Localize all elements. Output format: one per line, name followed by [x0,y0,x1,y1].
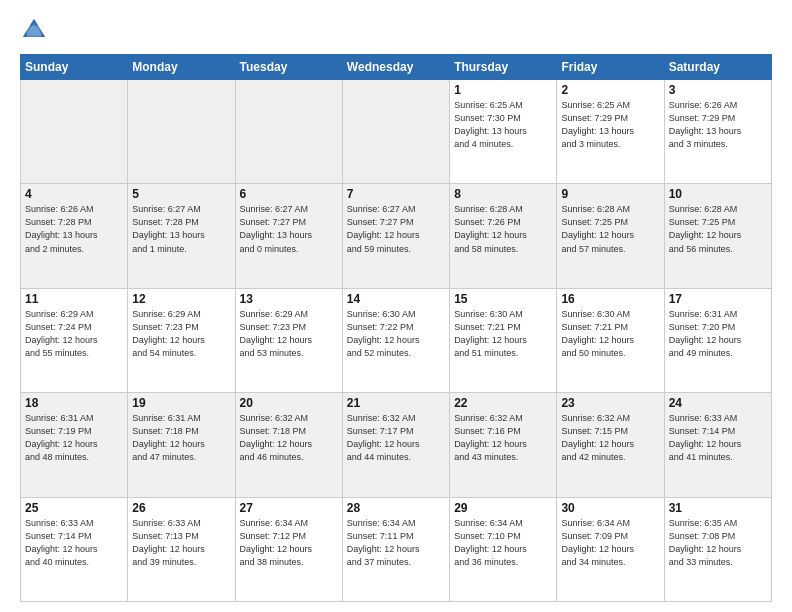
col-header-thursday: Thursday [450,55,557,80]
calendar-day: 24Sunrise: 6:33 AMSunset: 7:14 PMDayligh… [664,393,771,497]
day-info: Sunrise: 6:32 AMSunset: 7:18 PMDaylight:… [240,412,338,464]
calendar-week-3: 11Sunrise: 6:29 AMSunset: 7:24 PMDayligh… [21,288,772,392]
page: SundayMondayTuesdayWednesdayThursdayFrid… [0,0,792,612]
day-number: 25 [25,501,123,515]
col-header-friday: Friday [557,55,664,80]
day-info: Sunrise: 6:28 AMSunset: 7:25 PMDaylight:… [669,203,767,255]
day-info: Sunrise: 6:29 AMSunset: 7:23 PMDaylight:… [132,308,230,360]
day-info: Sunrise: 6:27 AMSunset: 7:27 PMDaylight:… [347,203,445,255]
calendar-day: 14Sunrise: 6:30 AMSunset: 7:22 PMDayligh… [342,288,449,392]
day-info: Sunrise: 6:27 AMSunset: 7:28 PMDaylight:… [132,203,230,255]
calendar-day: 4Sunrise: 6:26 AMSunset: 7:28 PMDaylight… [21,184,128,288]
day-number: 5 [132,187,230,201]
calendar-day: 21Sunrise: 6:32 AMSunset: 7:17 PMDayligh… [342,393,449,497]
day-info: Sunrise: 6:32 AMSunset: 7:17 PMDaylight:… [347,412,445,464]
calendar-day: 7Sunrise: 6:27 AMSunset: 7:27 PMDaylight… [342,184,449,288]
day-info: Sunrise: 6:32 AMSunset: 7:15 PMDaylight:… [561,412,659,464]
calendar-table: SundayMondayTuesdayWednesdayThursdayFrid… [20,54,772,602]
header [20,16,772,44]
calendar-day: 29Sunrise: 6:34 AMSunset: 7:10 PMDayligh… [450,497,557,601]
day-number: 2 [561,83,659,97]
calendar-day: 10Sunrise: 6:28 AMSunset: 7:25 PMDayligh… [664,184,771,288]
day-number: 28 [347,501,445,515]
day-number: 20 [240,396,338,410]
day-info: Sunrise: 6:33 AMSunset: 7:13 PMDaylight:… [132,517,230,569]
calendar-day [21,80,128,184]
day-number: 16 [561,292,659,306]
day-number: 12 [132,292,230,306]
day-number: 17 [669,292,767,306]
calendar-day: 11Sunrise: 6:29 AMSunset: 7:24 PMDayligh… [21,288,128,392]
day-number: 15 [454,292,552,306]
calendar-week-1: 1Sunrise: 6:25 AMSunset: 7:30 PMDaylight… [21,80,772,184]
day-number: 31 [669,501,767,515]
calendar-week-2: 4Sunrise: 6:26 AMSunset: 7:28 PMDaylight… [21,184,772,288]
calendar-day: 23Sunrise: 6:32 AMSunset: 7:15 PMDayligh… [557,393,664,497]
calendar-day: 2Sunrise: 6:25 AMSunset: 7:29 PMDaylight… [557,80,664,184]
day-info: Sunrise: 6:30 AMSunset: 7:21 PMDaylight:… [561,308,659,360]
day-number: 10 [669,187,767,201]
col-header-sunday: Sunday [21,55,128,80]
calendar-day [128,80,235,184]
calendar-day: 30Sunrise: 6:34 AMSunset: 7:09 PMDayligh… [557,497,664,601]
day-info: Sunrise: 6:31 AMSunset: 7:20 PMDaylight:… [669,308,767,360]
day-number: 27 [240,501,338,515]
day-info: Sunrise: 6:25 AMSunset: 7:29 PMDaylight:… [561,99,659,151]
calendar-day: 28Sunrise: 6:34 AMSunset: 7:11 PMDayligh… [342,497,449,601]
day-info: Sunrise: 6:34 AMSunset: 7:10 PMDaylight:… [454,517,552,569]
day-info: Sunrise: 6:25 AMSunset: 7:30 PMDaylight:… [454,99,552,151]
day-number: 22 [454,396,552,410]
day-info: Sunrise: 6:32 AMSunset: 7:16 PMDaylight:… [454,412,552,464]
calendar-day: 20Sunrise: 6:32 AMSunset: 7:18 PMDayligh… [235,393,342,497]
col-header-tuesday: Tuesday [235,55,342,80]
day-info: Sunrise: 6:29 AMSunset: 7:24 PMDaylight:… [25,308,123,360]
calendar-day: 6Sunrise: 6:27 AMSunset: 7:27 PMDaylight… [235,184,342,288]
calendar-day [235,80,342,184]
day-number: 26 [132,501,230,515]
day-info: Sunrise: 6:34 AMSunset: 7:11 PMDaylight:… [347,517,445,569]
calendar-day: 9Sunrise: 6:28 AMSunset: 7:25 PMDaylight… [557,184,664,288]
day-number: 7 [347,187,445,201]
day-info: Sunrise: 6:31 AMSunset: 7:19 PMDaylight:… [25,412,123,464]
day-info: Sunrise: 6:30 AMSunset: 7:21 PMDaylight:… [454,308,552,360]
day-number: 6 [240,187,338,201]
calendar-day: 8Sunrise: 6:28 AMSunset: 7:26 PMDaylight… [450,184,557,288]
day-info: Sunrise: 6:33 AMSunset: 7:14 PMDaylight:… [25,517,123,569]
day-info: Sunrise: 6:34 AMSunset: 7:09 PMDaylight:… [561,517,659,569]
day-number: 13 [240,292,338,306]
col-header-wednesday: Wednesday [342,55,449,80]
day-number: 4 [25,187,123,201]
day-number: 11 [25,292,123,306]
day-number: 19 [132,396,230,410]
day-number: 21 [347,396,445,410]
day-info: Sunrise: 6:28 AMSunset: 7:25 PMDaylight:… [561,203,659,255]
day-number: 3 [669,83,767,97]
col-header-monday: Monday [128,55,235,80]
day-number: 9 [561,187,659,201]
day-info: Sunrise: 6:26 AMSunset: 7:29 PMDaylight:… [669,99,767,151]
day-info: Sunrise: 6:28 AMSunset: 7:26 PMDaylight:… [454,203,552,255]
day-info: Sunrise: 6:34 AMSunset: 7:12 PMDaylight:… [240,517,338,569]
calendar-day: 15Sunrise: 6:30 AMSunset: 7:21 PMDayligh… [450,288,557,392]
day-info: Sunrise: 6:27 AMSunset: 7:27 PMDaylight:… [240,203,338,255]
day-number: 30 [561,501,659,515]
day-number: 14 [347,292,445,306]
logo-icon [20,16,48,44]
day-number: 1 [454,83,552,97]
calendar-day [342,80,449,184]
calendar-day: 13Sunrise: 6:29 AMSunset: 7:23 PMDayligh… [235,288,342,392]
day-number: 18 [25,396,123,410]
day-info: Sunrise: 6:26 AMSunset: 7:28 PMDaylight:… [25,203,123,255]
calendar-day: 16Sunrise: 6:30 AMSunset: 7:21 PMDayligh… [557,288,664,392]
calendar-day: 25Sunrise: 6:33 AMSunset: 7:14 PMDayligh… [21,497,128,601]
calendar-day: 31Sunrise: 6:35 AMSunset: 7:08 PMDayligh… [664,497,771,601]
svg-rect-2 [27,26,41,37]
day-info: Sunrise: 6:31 AMSunset: 7:18 PMDaylight:… [132,412,230,464]
calendar-day: 3Sunrise: 6:26 AMSunset: 7:29 PMDaylight… [664,80,771,184]
day-info: Sunrise: 6:35 AMSunset: 7:08 PMDaylight:… [669,517,767,569]
day-number: 8 [454,187,552,201]
calendar-day: 26Sunrise: 6:33 AMSunset: 7:13 PMDayligh… [128,497,235,601]
calendar-week-5: 25Sunrise: 6:33 AMSunset: 7:14 PMDayligh… [21,497,772,601]
calendar-day: 27Sunrise: 6:34 AMSunset: 7:12 PMDayligh… [235,497,342,601]
calendar-day: 19Sunrise: 6:31 AMSunset: 7:18 PMDayligh… [128,393,235,497]
